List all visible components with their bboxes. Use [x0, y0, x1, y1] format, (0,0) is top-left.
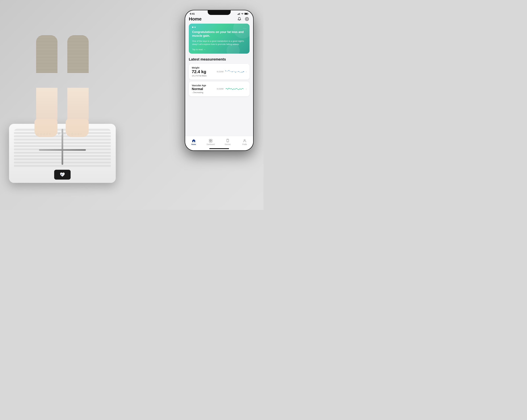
- scale-area: WITHINGS: [0, 0, 125, 210]
- scale-badge: [54, 170, 71, 179]
- right-skin: [67, 88, 89, 121]
- plus-icon: [245, 17, 249, 21]
- svg-point-24: [227, 141, 228, 142]
- signal-icon: [238, 13, 240, 15]
- svg-rect-2: [238, 14, 239, 15]
- weight-label: Weight: [192, 66, 207, 69]
- vascular-chart: [225, 85, 244, 93]
- weight-time: 9:15AM: [217, 71, 223, 73]
- tab-dashboard[interactable]: Dashboard: [202, 136, 219, 148]
- banner-dot-2: [194, 27, 196, 28]
- svg-point-17: [243, 71, 244, 72]
- toe: [40, 133, 42, 136]
- svg-point-13: [232, 72, 232, 72]
- banner-menu[interactable]: ···: [243, 27, 247, 30]
- right-sock: [67, 35, 89, 73]
- banner-dot-1: [192, 27, 193, 28]
- tab-home[interactable]: Home: [185, 136, 202, 148]
- app-content: Home: [185, 15, 253, 137]
- vascular-chevron: ›: [246, 88, 247, 90]
- scene: WITHINGS 9:41: [0, 0, 264, 210]
- toe: [74, 133, 77, 136]
- banner-body: One of the keys to a good metabolism is …: [192, 40, 246, 46]
- left-foot: [34, 119, 57, 137]
- svg-point-0: [61, 174, 62, 175]
- toe: [46, 133, 48, 135]
- status-icons: [238, 13, 249, 15]
- banner-card[interactable]: ··· Congratulations on your fat loss and…: [189, 24, 250, 54]
- weight-info: Weight 72.4 kg 14.2 % Fat Mass: [192, 66, 207, 77]
- battery-icon: [244, 13, 249, 15]
- add-button[interactable]: [244, 16, 250, 22]
- svg-rect-1: [238, 14, 238, 15]
- bell-icon: [238, 17, 241, 21]
- svg-rect-4: [240, 13, 240, 15]
- svg-point-15: [238, 71, 239, 72]
- svg-point-25: [244, 139, 245, 141]
- weight-chevron: ›: [246, 70, 247, 73]
- left-leg: [36, 35, 57, 137]
- svg-rect-21: [211, 141, 212, 142]
- vascular-card[interactable]: Vascular Age Normal ↓ Decreasing 9:15AM …: [189, 82, 250, 96]
- svg-rect-3: [239, 13, 240, 15]
- status-time: 9:41: [190, 12, 195, 15]
- dashboard-icon: [209, 139, 213, 143]
- tab-home-label: Home: [191, 144, 196, 145]
- phone-area: 9:41: [185, 10, 254, 151]
- vascular-value: Normal: [192, 87, 206, 91]
- svg-point-11: [225, 71, 226, 71]
- right-toes: [67, 133, 82, 136]
- svg-rect-6: [248, 13, 248, 14]
- weight-card[interactable]: Weight 72.4 kg 14.2 % Fat Mass 9:15AM: [189, 64, 250, 80]
- phone-screen: 9:41: [185, 10, 253, 150]
- phone-outer: 9:41: [185, 10, 254, 151]
- right-leg: [67, 35, 89, 137]
- app-header: Home: [189, 15, 250, 24]
- tab-devices-label: Devices: [225, 144, 231, 145]
- toe: [71, 133, 74, 136]
- svg-point-12: [229, 70, 229, 71]
- toe: [77, 133, 79, 135]
- left-toes: [36, 133, 51, 136]
- app-title: Home: [189, 16, 202, 22]
- toe: [49, 133, 51, 135]
- weight-right: 9:15AM: [217, 68, 247, 76]
- svg-rect-18: [209, 139, 210, 141]
- legs: [21, 35, 103, 137]
- weight-sub: 14.2 % Fat Mass: [192, 75, 207, 77]
- phone-notch: [208, 10, 231, 15]
- left-sock: [36, 35, 57, 73]
- header-icons: [237, 16, 250, 22]
- tab-profile[interactable]: Profile: [236, 136, 253, 148]
- svg-rect-7: [245, 13, 247, 14]
- notification-button[interactable]: [237, 16, 242, 22]
- weight-chart: [225, 68, 244, 76]
- svg-rect-20: [209, 141, 210, 142]
- vascular-sub: ↓ Decreasing: [192, 91, 206, 94]
- right-foot: [66, 119, 89, 137]
- weight-value: 72.4 kg: [192, 69, 207, 74]
- toe: [80, 133, 82, 135]
- vascular-time: 9:15AM: [217, 88, 223, 90]
- home-icon: [192, 139, 196, 143]
- measurements-heading: Latest measurements: [189, 57, 250, 62]
- profile-icon: [242, 139, 247, 143]
- tab-dashboard-label: Dashboard: [207, 144, 215, 145]
- tab-profile-label: Profile: [242, 144, 247, 145]
- toe: [36, 133, 39, 136]
- home-indicator: [209, 148, 229, 149]
- devices-icon: [226, 139, 230, 143]
- vascular-info: Vascular Age Normal ↓ Decreasing: [192, 84, 206, 94]
- vascular-label: Vascular Age: [192, 84, 206, 87]
- svg-point-14: [235, 72, 236, 73]
- wifi-icon: [241, 13, 244, 15]
- scale-container: WITHINGS: [7, 35, 118, 183]
- scale-heart-icon: [59, 172, 65, 178]
- left-skin: [36, 88, 57, 121]
- svg-rect-19: [211, 139, 212, 141]
- toe: [67, 133, 70, 136]
- toe: [43, 133, 45, 136]
- tab-devices[interactable]: Devices: [219, 136, 236, 148]
- svg-point-16: [242, 72, 242, 73]
- vascular-right: 9:15AM ›: [217, 85, 247, 93]
